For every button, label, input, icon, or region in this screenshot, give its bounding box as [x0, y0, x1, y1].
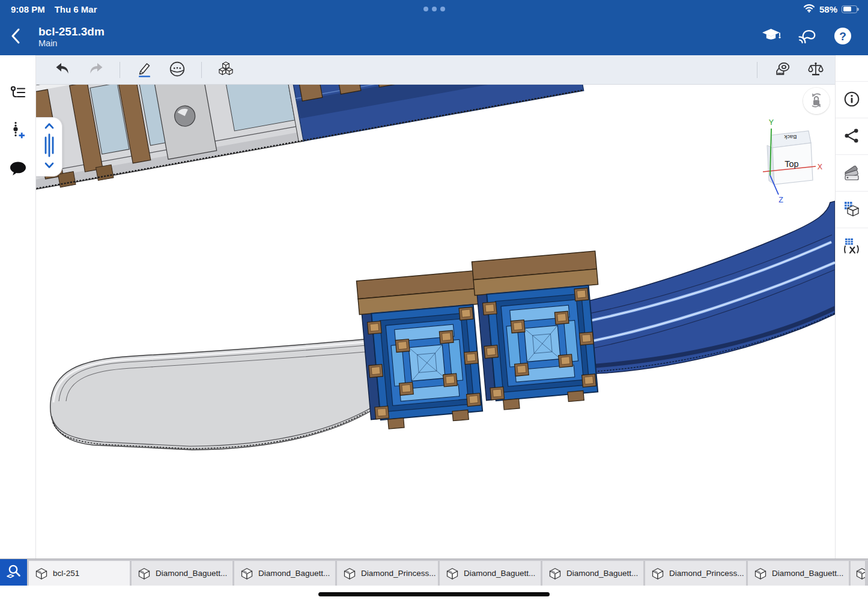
- bracelet-band-blue-top[interactable]: [284, 85, 583, 141]
- live-sync-button[interactable]: [796, 26, 818, 47]
- redo-button[interactable]: [85, 58, 106, 82]
- items-tree-icon: [9, 85, 27, 103]
- info-button[interactable]: [836, 81, 868, 118]
- history-add-icon: [9, 121, 27, 142]
- y-axis-label: Y: [769, 118, 774, 127]
- document-tab[interactable]: Diamond_Baguett...: [132, 561, 232, 586]
- document-tab-bar: bcl-251 Diamond_Baguett... D: [0, 559, 868, 586]
- document-cube-icon: [651, 568, 664, 580]
- tab-label: Diamond_Baguett...: [464, 569, 535, 578]
- variables-button[interactable]: [836, 228, 868, 264]
- zoom-fit-button[interactable]: [0, 559, 27, 586]
- document-tab[interactable]: bcl-251: [29, 561, 130, 586]
- 3d-model-view[interactable]: [36, 85, 835, 559]
- document-tab[interactable]: Diamond_Baguett...: [440, 561, 541, 586]
- help-button[interactable]: ?: [832, 26, 854, 47]
- bracelet-band-silver[interactable]: [50, 336, 395, 450]
- z-axis-label: Z: [778, 196, 783, 204]
- tab-label: Diamond_Baguett...: [772, 569, 843, 578]
- view-cube[interactable]: Back Top Y X Z: [721, 118, 835, 238]
- history-add-button[interactable]: [6, 121, 30, 142]
- tab-label: Diamond_Baguett...: [566, 569, 638, 578]
- document-cube-icon: [240, 568, 253, 580]
- help-question-icon: ?: [833, 26, 852, 47]
- battery-percent: 58%: [819, 4, 837, 14]
- view-cube-front-label: Top: [785, 159, 798, 169]
- tab-label: Diamond_Princess...: [669, 569, 744, 578]
- sketch-tool-button[interactable]: [133, 58, 155, 82]
- graduation-cap-icon: [761, 28, 781, 46]
- clasp-block-right[interactable]: [472, 251, 608, 411]
- measure-tape-icon: [773, 61, 792, 79]
- orientation-lock-button[interactable]: [803, 88, 830, 114]
- tab-strip: bcl-251 Diamond_Baguett... D: [27, 559, 868, 586]
- measure-button[interactable]: [771, 58, 793, 82]
- share-icon: [843, 127, 860, 146]
- toolbar-divider: [757, 62, 757, 78]
- svg-text:?: ?: [839, 29, 846, 42]
- tab-label: Diamond_Baguett...: [156, 569, 227, 578]
- home-strip: [0, 586, 868, 603]
- multitask-dots-icon[interactable]: [423, 7, 445, 11]
- document-tab[interactable]: Diamond_Princess...: [337, 561, 438, 586]
- magnifier-icon: [5, 563, 23, 583]
- sphere-body-icon: [168, 60, 186, 80]
- chevron-left-icon: [10, 27, 22, 47]
- views-button[interactable]: [836, 191, 868, 228]
- material-swatches-icon: [843, 163, 861, 183]
- document-cube-icon: [855, 568, 865, 580]
- toolbar: [36, 55, 835, 85]
- document-tab[interactable]: Diamond_Princess...: [645, 561, 746, 586]
- items-panel-button[interactable]: [6, 83, 30, 105]
- right-sidebar: [835, 55, 868, 559]
- pan-adjust-arrows-icon: [39, 120, 59, 174]
- wifi-icon: [803, 4, 815, 14]
- solid-cubes-icon: [217, 60, 235, 80]
- bracelet-band-top-strip[interactable]: [36, 85, 584, 193]
- toolbar-divider: [120, 62, 120, 78]
- toolbar-divider: [201, 62, 202, 78]
- undo-button[interactable]: [52, 58, 73, 82]
- back-button[interactable]: [10, 23, 31, 50]
- battery-icon: [842, 5, 857, 13]
- document-tab[interactable]: Diamond_Baguett...: [748, 561, 849, 586]
- balance-scale-icon: [807, 61, 825, 79]
- status-bar: 9:08 PM Thu 6 Mar 58%: [0, 0, 868, 18]
- materials-button[interactable]: [836, 154, 868, 191]
- x-axis-label: X: [818, 163, 823, 171]
- mass-scale-button[interactable]: [805, 58, 827, 82]
- info-icon: [843, 90, 861, 110]
- document-header: bcl-251.3dm Main: [0, 18, 868, 55]
- rotation-lock-icon: [806, 90, 827, 112]
- document-tab[interactable]: Diamond_Baguett...: [234, 561, 335, 586]
- document-cube-icon: [548, 568, 562, 580]
- status-date: Thu 6 Mar: [55, 4, 97, 14]
- live-sync-icon: [796, 26, 818, 47]
- tab-label: bcl-251: [53, 569, 79, 578]
- document-tab[interactable]: [851, 561, 865, 586]
- left-sidebar: [0, 55, 36, 559]
- home-indicator[interactable]: [318, 592, 550, 596]
- panel-pull-handle[interactable]: [36, 117, 62, 177]
- document-cube-icon: [754, 568, 767, 580]
- sketch-pencil-icon: [136, 61, 153, 79]
- status-time: 9:08 PM: [11, 4, 45, 14]
- sphere-body-button[interactable]: [166, 58, 188, 82]
- view-cube-back-label: Back: [784, 134, 797, 141]
- variables-function-icon: [843, 237, 861, 256]
- share-button[interactable]: [836, 118, 868, 154]
- document-cube-icon: [343, 568, 356, 580]
- model-canvas[interactable]: Back Top Y X Z: [36, 85, 835, 559]
- document-title: bcl-251.3dm: [38, 25, 105, 38]
- document-cube-icon: [138, 568, 151, 580]
- document-tab[interactable]: Diamond_Baguett...: [542, 561, 643, 586]
- learn-button[interactable]: [760, 26, 782, 47]
- tab-label: Diamond_Princess...: [361, 569, 436, 578]
- tab-label: Diamond_Baguett...: [258, 569, 330, 578]
- comments-button[interactable]: [6, 159, 30, 180]
- clasp-block-left[interactable]: [356, 270, 493, 431]
- shapr3d-app-window: 9:08 PM Thu 6 Mar 58% bcl-251.3dm Main: [0, 0, 868, 603]
- document-cube-icon: [446, 568, 459, 580]
- redo-icon: [88, 62, 104, 77]
- solid-bodies-button[interactable]: [215, 58, 237, 82]
